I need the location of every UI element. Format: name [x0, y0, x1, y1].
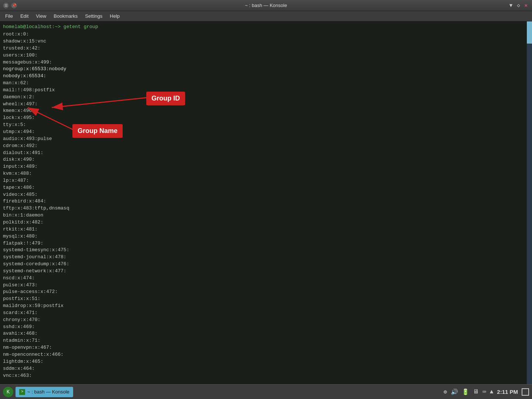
terminal-line: postfix:x:51: [3, 296, 529, 303]
titlebar-controls: ▼ ◇ ✕ [508, 2, 529, 8]
terminal-line: sshd:x:469: [3, 324, 529, 331]
display-icon[interactable]: 🖥 [473, 388, 479, 395]
volume-icon[interactable]: 🔊 [451, 388, 458, 396]
terminal-line: chrony:x:470: [3, 317, 529, 324]
terminal-taskbar-icon: > [19, 389, 25, 395]
menu-item-help[interactable]: Help [106, 12, 123, 20]
terminal-line: man:x:62: [3, 80, 529, 87]
terminal-line: systemd-network:x:477: [3, 268, 529, 275]
terminal-line: mysql:x:480: [3, 233, 529, 240]
menu-item-edit[interactable]: Edit [17, 12, 32, 20]
terminal-line: sddm:x:464: [3, 365, 529, 372]
terminal-line: lightdm:x:465: [3, 358, 529, 365]
terminal-line: polkitd:x:482: [3, 219, 529, 226]
battery-icon[interactable]: 🔋 [462, 388, 469, 396]
terminal-line: cdrom:x:492: [3, 143, 529, 150]
titlebar-title: ~ : bash — Konsole [245, 3, 287, 8]
terminal-prompt: homelab@localhost:~> getent group [3, 24, 529, 30]
terminal-line: firebird:x:484: [3, 198, 529, 205]
menu-item-bookmarks[interactable]: Bookmarks [50, 12, 81, 20]
keyboard-icon[interactable]: ⌨ [482, 388, 486, 396]
terminal-line: nm-openvpn:x:467: [3, 344, 529, 351]
terminal-line: tftp:x:483:tftp,dnsmasq [3, 205, 529, 212]
terminal-line: nm-openconnect:x:466: [3, 351, 529, 358]
terminal-line: systemd-timesync:x:475: [3, 247, 529, 254]
terminal-line: lp:x:487: [3, 177, 529, 184]
terminal-line: systemd-journal:x:478: [3, 254, 529, 261]
terminal-line: tape:x:486: [3, 184, 529, 191]
terminal-line: flatpak:!:479: [3, 240, 529, 247]
titlebar: ☰ 📌 ~ : bash — Konsole ▼ ◇ ✕ [0, 0, 532, 11]
terminal-line: wheel:x:497: [3, 101, 529, 108]
menu-item-view[interactable]: View [32, 12, 50, 20]
terminal-line: dialout:x:491: [3, 150, 529, 157]
tray-expand-icon[interactable]: ▲ [490, 389, 494, 395]
terminal-line: utmp:x:494: [3, 129, 529, 136]
terminal-line: scard:x:471: [3, 310, 529, 317]
terminal-line: pulse:x:473: [3, 282, 529, 289]
terminal-line: nscd:x:474: [3, 275, 529, 282]
taskbar-left: K > ~ : bash — Konsole [3, 387, 73, 397]
titlebar-icon: ☰ [3, 3, 9, 8]
terminal-line: audio:x:493:pulse [3, 136, 529, 143]
terminal-line: nogroup:x:65533:nobody [3, 66, 529, 73]
terminal-line: nobody:x:65534: [3, 73, 529, 80]
terminal-content: homelab@localhost:~> getent grouproot:x:… [3, 24, 529, 379]
menubar: FileEditViewBookmarksSettingsHelp [0, 11, 532, 21]
terminal-line: root:x:0: [3, 31, 529, 38]
terminal-line: users:x:100: [3, 52, 529, 59]
scrollbar-thumb[interactable] [527, 21, 532, 44]
terminal-line: vnc:x:463: [3, 372, 529, 379]
terminal-line: daemon:x:2: [3, 94, 529, 101]
taskbar: K > ~ : bash — Konsole ⊕ 🔊 🔋 🖥 ⌨ ▲ 2:11 … [0, 384, 532, 399]
show-desktop-button[interactable] [522, 388, 529, 396]
terminal-line: kmem:x:496: [3, 108, 529, 115]
terminal-taskbar-label: ~ : bash — Konsole [27, 389, 69, 395]
network-icon[interactable]: ⊕ [443, 388, 447, 396]
terminal-line: maildrop:x:59:postfix [3, 303, 529, 310]
terminal-line: pulse-access:x:472: [3, 289, 529, 296]
terminal-line: messagebus:x:499: [3, 59, 529, 66]
terminal-line: lock:x:495: [3, 115, 529, 122]
terminal-line: kvm:x:488: [3, 170, 529, 177]
kde-icon[interactable]: K [3, 387, 13, 397]
maximize-button[interactable]: ◇ [515, 2, 521, 8]
terminal-line: video:x:485: [3, 191, 529, 198]
terminal-line: mail:!:498:postfix [3, 87, 529, 94]
pin-icon: 📌 [11, 3, 17, 8]
terminal-line: shadow:x:15:vnc [3, 38, 529, 45]
terminal-line: systemd-coredump:x:476: [3, 261, 529, 268]
terminal-line: bin:x:1:daemon [3, 212, 529, 219]
scrollbar[interactable] [527, 21, 532, 384]
clock: 2:11 PM [497, 389, 518, 395]
close-button[interactable]: ✕ [523, 2, 529, 8]
terminal-taskbar-button[interactable]: > ~ : bash — Konsole [16, 387, 73, 397]
terminal-line: rtkit:x:481: [3, 226, 529, 233]
terminal[interactable]: homelab@localhost:~> getent grouproot:x:… [0, 21, 532, 384]
terminal-line: input:x:489: [3, 163, 529, 170]
terminal-line: trusted:x:42: [3, 45, 529, 52]
menu-item-file[interactable]: File [1, 12, 17, 20]
terminal-line: ntadmin:x:71: [3, 337, 529, 344]
terminal-line: disk:x:490: [3, 156, 529, 163]
titlebar-left: ☰ 📌 [3, 3, 17, 8]
minimize-button[interactable]: ▼ [508, 3, 514, 8]
terminal-line: tty:x:5: [3, 122, 529, 129]
terminal-line: avahi:x:468: [3, 330, 529, 337]
menu-item-settings[interactable]: Settings [81, 12, 106, 20]
taskbar-right: ⊕ 🔊 🔋 🖥 ⌨ ▲ 2:11 PM [443, 388, 529, 396]
